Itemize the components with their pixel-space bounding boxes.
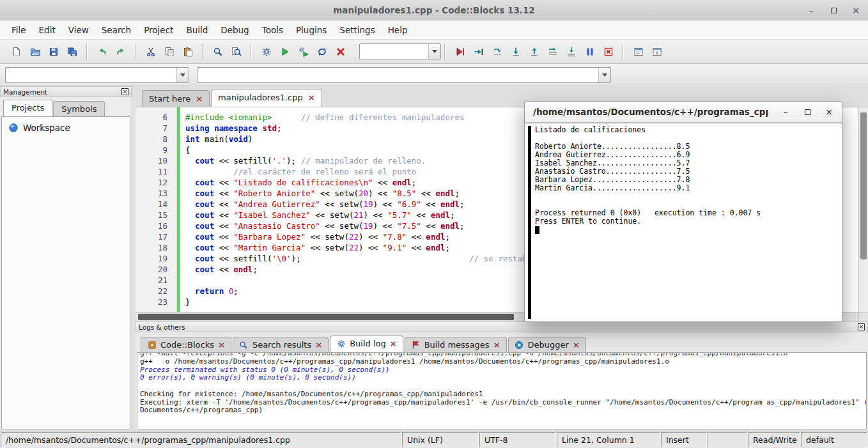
close-panel-icon[interactable]: ×	[858, 323, 865, 330]
tree-item-workspace[interactable]: Workspace	[2, 117, 130, 139]
new-file-button[interactable]	[8, 43, 25, 60]
logs-output[interactable]: g++ -Wall -fexceptions -g -c /home/msant…	[137, 352, 867, 429]
logs-tab-debugger[interactable]: Debugger×	[508, 337, 586, 352]
build-icon	[260, 45, 273, 58]
find-in-files-button[interactable]	[228, 43, 245, 60]
logs-tab-label: Build log	[350, 339, 386, 348]
next-line-button[interactable]	[488, 43, 506, 60]
logs-tab-search-results[interactable]: Search results×	[233, 337, 329, 352]
management-tree: Workspace	[1, 116, 130, 429]
code-token: )	[248, 134, 253, 144]
build-button[interactable]	[258, 43, 275, 60]
menu-debug[interactable]: Debug	[214, 22, 255, 38]
close-button[interactable]: ×	[851, 6, 860, 15]
paste-button[interactable]	[179, 43, 196, 60]
run-to-cursor-button[interactable]	[470, 43, 487, 60]
copy-button[interactable]	[160, 43, 178, 60]
editor-vertical-scrollbar[interactable]	[858, 107, 868, 312]
code-token: << setw(	[315, 189, 359, 198]
build-and-run-button[interactable]	[295, 43, 312, 60]
horizontal-scroll-thumb[interactable]	[138, 314, 514, 320]
code-token	[185, 286, 195, 296]
menu-tools[interactable]: Tools	[256, 22, 290, 38]
chevron-down-icon[interactable]	[176, 68, 189, 82]
save-button[interactable]	[45, 43, 62, 60]
code-token: ;	[460, 221, 465, 231]
chevron-down-icon[interactable]	[598, 68, 610, 82]
toolbar-separator	[251, 43, 252, 60]
terminal-titlebar[interactable]: /home/msantos/Documentos/c++/programas_c…	[525, 102, 842, 123]
debug-continue-button[interactable]	[451, 43, 469, 60]
step-out-button[interactable]	[525, 43, 543, 60]
minimize-button[interactable]: –	[807, 6, 816, 15]
vertical-scroll-thumb[interactable]	[860, 112, 867, 259]
pause-debug-button[interactable]	[581, 43, 598, 60]
workspace-icon	[8, 123, 19, 133]
menu-plugins[interactable]: Plugins	[290, 22, 333, 38]
toolbar-group	[449, 43, 619, 60]
management-tab-projects[interactable]: Projects	[3, 100, 52, 116]
menu-search[interactable]: Search	[95, 22, 137, 38]
close-tab-icon[interactable]: ×	[390, 339, 397, 348]
undo-button[interactable]	[93, 43, 111, 60]
step-into-button[interactable]	[507, 43, 524, 60]
terminal-close-button[interactable]: ×	[825, 107, 833, 116]
run-button[interactable]	[276, 43, 293, 60]
redo-button[interactable]	[112, 43, 129, 60]
close-panel-icon[interactable]: ×	[121, 88, 128, 95]
code-token: 19	[363, 199, 373, 209]
code-text: cout << endl;	[176, 264, 258, 275]
find-button[interactable]	[209, 43, 226, 60]
logs-tab-build-messages[interactable]: Build messages×	[405, 337, 507, 352]
menu-project[interactable]: Project	[137, 22, 180, 38]
close-tab-icon[interactable]: ×	[573, 341, 580, 349]
build-target-select[interactable]	[359, 43, 441, 59]
menu-view[interactable]: View	[62, 22, 95, 38]
toolbar-group	[91, 43, 132, 60]
terminal-minimize-button[interactable]: –	[781, 107, 790, 116]
line-number: 23	[136, 297, 176, 307]
management-tab-symbols[interactable]: Symbols	[53, 101, 105, 116]
code-token: // manipulador de relleno.	[301, 156, 426, 166]
debug-info-button[interactable]	[648, 43, 665, 60]
logs-tab-code-blocks[interactable]: Code::Blocks×	[141, 337, 231, 352]
close-tab-icon[interactable]: ×	[493, 341, 500, 349]
symbols-combo[interactable]	[197, 67, 611, 83]
stop-debug-button[interactable]	[600, 43, 617, 60]
close-tab-icon[interactable]: ×	[218, 341, 225, 349]
close-tab-icon[interactable]: ×	[196, 95, 203, 103]
step-into-icon	[509, 45, 522, 58]
cut-button[interactable]	[142, 43, 159, 60]
maximize-button[interactable]	[829, 6, 838, 15]
terminal-maximize-button[interactable]	[803, 107, 812, 116]
logs-tab-build-log[interactable]: Build log×	[330, 336, 403, 352]
close-tab-icon[interactable]: ×	[315, 341, 322, 349]
editor-tab[interactable]: manipuladores1.cpp×	[211, 89, 322, 107]
chevron-down-icon[interactable]	[428, 44, 440, 59]
compiler-combo[interactable]	[5, 67, 189, 83]
close-tab-icon[interactable]: ×	[308, 93, 315, 102]
statusbar-encoding: UTF-8	[479, 432, 556, 447]
editor-tab[interactable]: Start here×	[142, 90, 210, 107]
menu-edit[interactable]: Edit	[33, 22, 62, 38]
next-instruction-button[interactable]	[544, 43, 561, 60]
titlebar[interactable]: manipuladores1.cpp - Code::Blocks 13.12 …	[0, 0, 868, 20]
menu-file[interactable]: File	[5, 22, 33, 38]
code-token: cout	[195, 189, 214, 198]
code-text: cout << "Barbara Lopez" << setw(22) << "…	[176, 231, 450, 242]
debugging-windows-button[interactable]	[630, 43, 647, 60]
abort-build-button[interactable]	[332, 43, 349, 60]
code-token: return	[195, 286, 224, 296]
menu-settings[interactable]: Settings	[333, 22, 381, 38]
toolbar-group	[627, 43, 668, 60]
code-token: endl	[233, 265, 252, 274]
rebuild-button[interactable]	[313, 43, 330, 60]
log-line: 0 error(s), 0 warning(s) (0 minute(s), 0…	[140, 374, 864, 382]
open-file-button[interactable]	[26, 43, 43, 60]
terminal-scrollbar[interactable]	[528, 126, 531, 319]
menu-help[interactable]: Help	[382, 22, 414, 38]
paste-icon	[182, 45, 194, 58]
menu-build[interactable]: Build	[180, 22, 214, 38]
step-into-instruction-button[interactable]	[562, 43, 580, 60]
save-all-button[interactable]	[63, 43, 81, 60]
